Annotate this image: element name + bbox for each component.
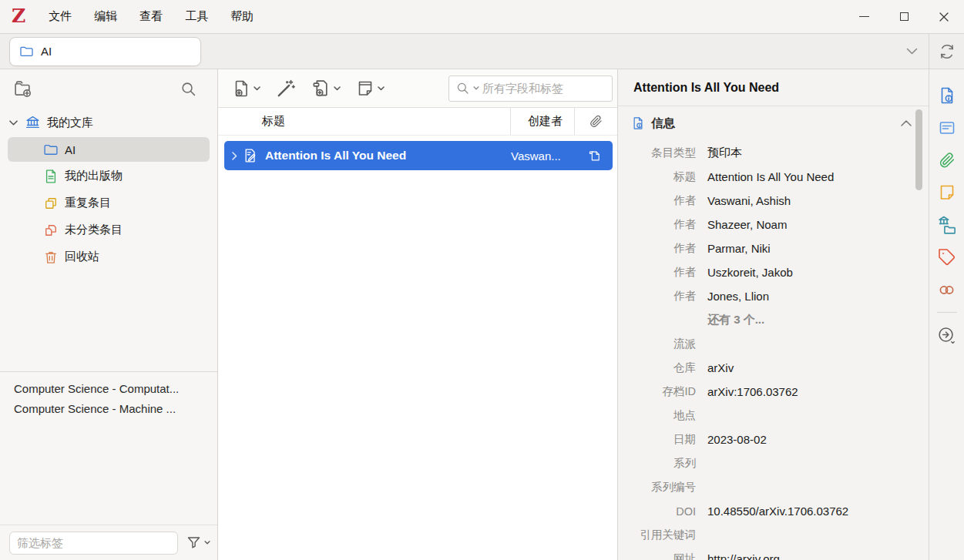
sidebar-item-collection-ai[interactable]: AI — [8, 137, 210, 162]
field-value[interactable]: 预印本 — [707, 146, 742, 160]
field-label: 作者 — [625, 289, 696, 303]
field-value[interactable]: 10.48550/arXiv.1706.03762 — [707, 505, 848, 518]
field-value[interactable]: 还有 3 个... — [707, 313, 764, 327]
menu-tools[interactable]: 工具 — [174, 5, 219, 29]
library-icon — [25, 115, 41, 131]
field-label: 作者 — [625, 217, 696, 232]
collections-tree: 我的文库 AI 我的出版物 — [0, 108, 217, 270]
sidebar-item-duplicates[interactable]: 重复条目 — [0, 189, 217, 216]
tag-filter-options-button[interactable] — [186, 535, 210, 551]
column-header-creator[interactable]: 创建者 — [510, 108, 574, 135]
tab-collection-ai[interactable]: AI — [9, 37, 201, 66]
field-row: DOI 10.48550/arXiv.1706.03762 — [625, 499, 929, 523]
sidebar-item-label: 回收站 — [65, 250, 99, 264]
minimize-button[interactable] — [844, 0, 884, 33]
menu-edit[interactable]: 编辑 — [83, 5, 128, 29]
column-header-attachment[interactable] — [574, 108, 617, 135]
attachment-indicator — [576, 149, 613, 163]
field-value[interactable]: Shazeer, Noam — [707, 218, 787, 231]
add-by-identifier-button[interactable] — [276, 79, 296, 99]
sidebar-item-trash[interactable]: 回收站 — [0, 243, 217, 270]
field-label: 引用关键词 — [625, 528, 696, 542]
sidebar-item-my-library[interactable]: 我的文库 — [0, 109, 217, 136]
tag-item[interactable]: Computer Science - Computat... — [14, 379, 203, 399]
rail-abstract-button[interactable] — [929, 112, 964, 144]
items-toolbar — [218, 69, 617, 108]
field-label: 作者 — [625, 265, 696, 280]
note-icon — [938, 183, 956, 202]
chevron-down-icon — [204, 541, 210, 545]
sidebar-item-my-publications[interactable]: 我的出版物 — [0, 163, 217, 189]
collapse-section-button[interactable] — [901, 120, 912, 126]
rail-info-button[interactable] — [929, 79, 964, 112]
libraries-collections-icon — [937, 216, 956, 235]
sidebar-item-label: AI — [65, 143, 76, 156]
sidebar-item-label: 未分类条目 — [65, 223, 123, 237]
chevron-down-icon — [334, 86, 341, 91]
sidebar-item-label: 我的文库 — [47, 116, 93, 130]
info-document-icon — [938, 86, 956, 105]
chevron-down-icon — [254, 86, 260, 91]
item-row-selected[interactable]: Attention Is All You Need Vaswan... — [224, 141, 613, 170]
new-attachment-button[interactable] — [311, 79, 341, 98]
field-label: 作者 — [625, 241, 696, 256]
field-value[interactable]: Attention Is All You Need — [707, 170, 834, 183]
duplicates-icon — [43, 196, 59, 211]
tag-item[interactable]: Computer Science - Machine ... — [14, 399, 203, 419]
field-row: 流派 — [625, 332, 929, 356]
maximize-button[interactable] — [884, 0, 924, 33]
new-item-button[interactable] — [232, 79, 260, 98]
search-icon — [455, 81, 470, 96]
new-collection-button[interactable] — [13, 79, 32, 99]
field-row: 作者 Uszkoreit, Jakob — [625, 260, 929, 284]
field-row: 作者 Vaswani, Ashish — [625, 189, 929, 213]
menu-view[interactable]: 查看 — [129, 5, 173, 29]
field-value[interactable]: Uszkoreit, Jakob — [707, 266, 793, 279]
trash-icon — [43, 250, 59, 265]
section-title: 信息 — [651, 116, 675, 132]
twisty-expanded-icon[interactable] — [9, 120, 18, 126]
field-row: 地点 — [625, 404, 929, 428]
field-row: 作者 Shazeer, Noam — [625, 213, 929, 236]
menu-help[interactable]: 帮助 — [220, 5, 264, 29]
sync-button[interactable] — [929, 34, 964, 69]
field-row: 仓库 arXiv — [625, 356, 929, 380]
sidebar-item-unfiled[interactable]: 未分类条目 — [0, 216, 217, 243]
new-note-button[interactable] — [356, 79, 385, 98]
chevron-down-icon[interactable] — [473, 86, 479, 90]
item-pane-scrollbar[interactable] — [915, 109, 922, 190]
field-row: 网址 http://arxiv.org — [625, 547, 929, 560]
zotero-window: Z 文件 编辑 查看 工具 帮助 AI — [0, 0, 964, 560]
rail-locate-button[interactable] — [929, 319, 964, 351]
field-value[interactable]: Jones, Llion — [707, 290, 769, 303]
menu-file[interactable]: 文件 — [38, 5, 82, 29]
locate-icon — [937, 326, 956, 345]
items-list: Attention Is All You Need Vaswan... — [218, 136, 617, 560]
tag-filter-bar — [0, 525, 217, 560]
rail-libraries-collections-button[interactable] — [929, 209, 964, 241]
rail-related-button[interactable] — [929, 273, 964, 306]
field-value[interactable]: 2023-08-02 — [707, 433, 767, 446]
field-value[interactable]: Vaswani, Ashish — [707, 194, 791, 207]
tab-list-button[interactable] — [895, 48, 929, 55]
zotero-logo: Z — [0, 6, 38, 27]
tag-filter-input[interactable] — [9, 531, 178, 555]
collections-header — [0, 69, 217, 108]
field-value[interactable]: http://arxiv.org — [707, 552, 780, 560]
rail-tags-button[interactable] — [929, 241, 964, 273]
field-value[interactable]: arXiv — [707, 361, 734, 374]
tab-label: AI — [41, 45, 52, 58]
preprint-item-icon — [243, 148, 258, 163]
collection-search-button[interactable] — [180, 80, 197, 98]
field-row: 作者 Parmar, Niki — [625, 236, 929, 260]
rail-attachments-button[interactable] — [929, 144, 964, 176]
main-area: 我的文库 AI 我的出版物 — [0, 69, 964, 560]
twisty-collapsed-icon[interactable] — [232, 152, 237, 160]
close-button[interactable] — [924, 0, 964, 33]
chevron-up-icon — [901, 120, 912, 126]
items-search-input[interactable] — [482, 82, 606, 95]
rail-notes-button[interactable] — [929, 176, 964, 209]
column-header-title[interactable]: 标题 — [218, 114, 510, 129]
field-value[interactable]: Parmar, Niki — [707, 242, 771, 255]
field-value[interactable]: arXiv:1706.03762 — [707, 385, 798, 398]
